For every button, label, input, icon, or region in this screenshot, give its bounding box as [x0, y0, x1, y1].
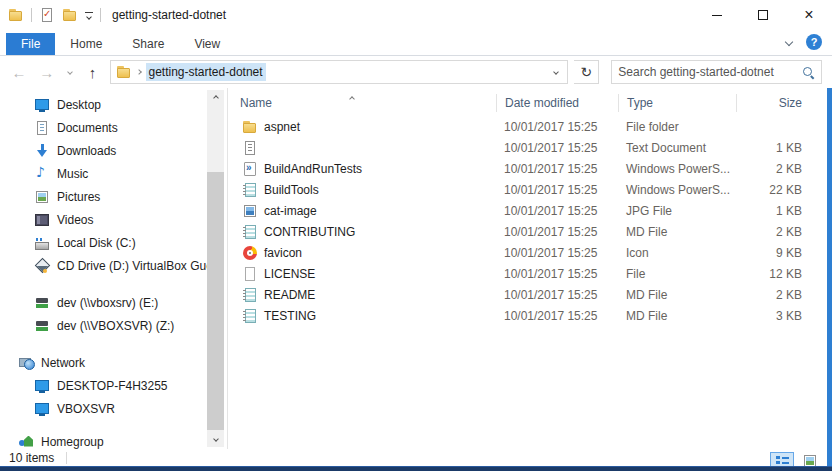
minimize-button[interactable]	[694, 0, 740, 30]
file-row[interactable]: LICENSE 10/01/2017 15:25 File 12 KB	[238, 263, 832, 284]
file-name: BuildAndRunTests	[264, 162, 362, 176]
sidebar-item-vboxsvr[interactable]: VBOXSVR	[0, 397, 227, 420]
file-name: aspnet	[264, 120, 300, 134]
address-path[interactable]: getting-started-dotnet	[146, 63, 266, 81]
address-bar[interactable]: getting-started-dotnet	[110, 60, 569, 84]
close-button[interactable]: ×	[786, 0, 832, 30]
properties-icon[interactable]	[39, 7, 55, 23]
window-controls: ×	[694, 0, 832, 30]
file-type: File	[618, 267, 736, 281]
file-date: 10/01/2017 15:25	[496, 225, 618, 239]
sidebar-item-label: Network	[41, 356, 85, 370]
file-row[interactable]: BuildAndRunTests 10/01/2017 15:25 Window…	[238, 158, 832, 179]
sidebar-item-cd-drive-d[interactable]: CD Drive (D:) VirtualBox Guest	[0, 254, 227, 277]
sidebar-item-local-disk-c[interactable]: Local Disk (C:)	[0, 231, 227, 254]
file-size: 9 KB	[736, 246, 808, 260]
tab-home[interactable]: Home	[55, 33, 117, 55]
file-type: File folder	[618, 120, 736, 134]
file-row[interactable]: CONTRIBUTING 10/01/2017 15:25 MD File 2 …	[238, 221, 832, 242]
refresh-icon[interactable]: ↻	[574, 60, 599, 84]
sidebar-item-label: dev (\\vboxsrv) (E:)	[57, 296, 158, 310]
sidebar-item-dev-z[interactable]: dev (\\VBOXSVR) (Z:)	[0, 314, 227, 337]
file-row[interactable]: README 10/01/2017 15:25 MD File 2 KB	[238, 284, 832, 305]
hard-drive-icon	[34, 235, 50, 251]
sidebar-item-desktop-f4h3255[interactable]: DESKTOP-F4H3255	[0, 374, 227, 397]
file-row[interactable]: TESTING 10/01/2017 15:25 MD File 3 KB	[238, 305, 832, 326]
new-folder-icon[interactable]	[62, 7, 78, 23]
column-header-name[interactable]: Name	[238, 94, 496, 112]
file-row[interactable]: cat-image 10/01/2017 15:25 JPG File 1 KB	[238, 200, 832, 221]
file-type: Text Document	[618, 141, 736, 155]
address-dropdown-icon[interactable]	[545, 70, 567, 74]
scroll-down-icon[interactable]	[207, 431, 224, 447]
status-separator	[66, 452, 67, 464]
sidebar-item-documents[interactable]: Documents	[0, 116, 227, 139]
sidebar-item-label: Desktop	[57, 98, 101, 112]
search-box[interactable]	[611, 60, 822, 84]
homegroup-icon	[18, 434, 34, 450]
file-size: 3 KB	[736, 309, 808, 323]
file-row[interactable]: favicon 10/01/2017 15:25 Icon 9 KB	[238, 242, 832, 263]
powershell-script-icon	[242, 161, 258, 177]
notepad-icon	[242, 308, 258, 324]
maximize-button[interactable]	[740, 0, 786, 30]
column-header-size[interactable]: Size	[736, 94, 808, 112]
file-size: 12 KB	[736, 267, 808, 281]
sidebar-item-pictures[interactable]: Pictures	[0, 185, 227, 208]
column-headers: Name Date modified Type Size	[238, 90, 832, 116]
blank-file-icon	[242, 266, 258, 282]
file-row[interactable]: aspnet 10/01/2017 15:25 File folder	[238, 116, 832, 137]
sidebar-item-dev-e[interactable]: dev (\\vboxsrv) (E:)	[0, 291, 227, 314]
scrollbar-thumb[interactable]	[207, 172, 224, 430]
tab-file[interactable]: File	[6, 33, 55, 55]
sidebar-scrollbar[interactable]	[207, 90, 224, 447]
search-input[interactable]	[618, 65, 802, 79]
file-size: 2 KB	[736, 162, 808, 176]
notepad-icon	[242, 182, 258, 198]
sidebar-item-homegroup[interactable]: Homegroup	[0, 430, 227, 449]
sidebar-item-downloads[interactable]: Downloads	[0, 139, 227, 162]
tab-view[interactable]: View	[179, 33, 235, 55]
sidebar-item-music[interactable]: Music	[0, 162, 227, 185]
desktop-edge-right	[827, 88, 832, 466]
sidebar-item-label: Videos	[57, 213, 93, 227]
column-header-type[interactable]: Type	[618, 94, 736, 112]
music-icon	[34, 166, 50, 182]
file-type: MD File	[618, 309, 736, 323]
file-name: cat-image	[264, 204, 317, 218]
file-size: 1 KB	[736, 204, 808, 218]
sidebar-item-videos[interactable]: Videos	[0, 208, 227, 231]
pictures-icon	[34, 189, 50, 205]
file-name: BuildTools	[264, 183, 319, 197]
network-drive-icon	[34, 295, 50, 311]
desktop-edge-bottom	[0, 466, 832, 471]
status-bar: 10 items	[0, 449, 832, 466]
sidebar-item-desktop[interactable]: Desktop	[0, 93, 227, 116]
file-type: Icon	[618, 246, 736, 260]
up-icon[interactable]: ↑	[82, 64, 104, 81]
forward-icon[interactable]: →	[36, 64, 58, 81]
sidebar-item-label: Documents	[57, 121, 118, 135]
back-icon[interactable]: ←	[8, 64, 30, 81]
file-row[interactable]: 10/01/2017 15:25 Text Document 1 KB	[238, 137, 832, 158]
column-header-date-modified[interactable]: Date modified	[496, 94, 618, 112]
help-icon[interactable]: ?	[806, 34, 822, 50]
tab-share[interactable]: Share	[117, 33, 179, 55]
titlebar-separator	[100, 8, 101, 22]
file-date: 10/01/2017 15:25	[496, 183, 618, 197]
sidebar-item-label: dev (\\VBOXSVR) (Z:)	[57, 319, 174, 333]
collapse-ribbon-icon[interactable]	[785, 38, 793, 46]
folder-icon	[242, 119, 258, 135]
scroll-up-icon[interactable]	[207, 90, 224, 106]
notepad-icon	[242, 287, 258, 303]
title-bar: getting-started-dotnet ×	[0, 0, 832, 30]
recent-locations-chevron-icon[interactable]	[64, 70, 76, 74]
sidebar-item-network[interactable]: Network	[0, 351, 227, 374]
sidebar-item-label: Downloads	[57, 144, 116, 158]
address-chevron-icon[interactable]	[136, 69, 142, 75]
file-date: 10/01/2017 15:25	[496, 309, 618, 323]
customize-quick-access-button[interactable]	[85, 12, 93, 19]
file-name: TESTING	[264, 309, 316, 323]
ribbon-tab-bar: File Home Share View ?	[0, 30, 832, 56]
file-row[interactable]: BuildTools 10/01/2017 15:25 Windows Powe…	[238, 179, 832, 200]
